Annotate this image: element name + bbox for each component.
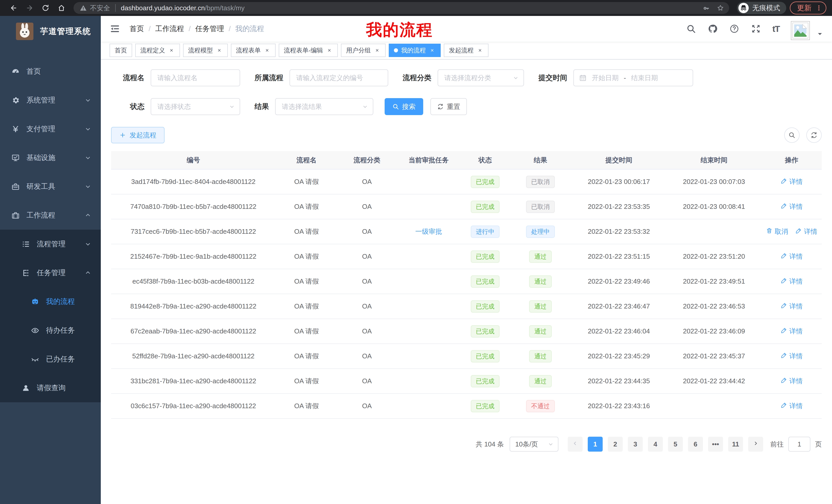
detail-link[interactable]: 详情 [781, 401, 803, 411]
category-select[interactable]: 请选择流程分类 [438, 69, 524, 86]
detail-link[interactable]: 详情 [781, 252, 803, 261]
detail-link[interactable]: 详情 [781, 376, 803, 386]
sidebar-item-task-manage[interactable]: 任务管理 [0, 258, 101, 287]
search-icon[interactable] [686, 24, 696, 34]
sidebar-item-leave-query[interactable]: 请假查询 [0, 373, 101, 402]
tab-发起流程[interactable]: 发起流程 [444, 44, 489, 57]
submit-time-range-picker[interactable]: 开始日期 - 结束日期 [573, 69, 693, 86]
pages-ellipsis[interactable]: ••• [708, 437, 723, 452]
pagination-total: 共 104 条 [476, 440, 504, 449]
search-button[interactable]: 搜索 [385, 98, 423, 115]
page-size-select[interactable]: 10条/页 [510, 437, 558, 452]
page-button-4[interactable]: 4 [648, 437, 663, 452]
close-tab-icon[interactable] [168, 47, 175, 54]
page-button-1[interactable]: 1 [588, 437, 603, 452]
start-process-button[interactable]: 发起流程 [111, 127, 164, 143]
process-name-input[interactable] [151, 69, 240, 86]
update-button[interactable]: 更新 [790, 2, 826, 15]
sidebar-item-workflow[interactable]: 工作流程 [0, 201, 101, 230]
sidebar-item-infra[interactable]: 基础设施 [0, 143, 101, 172]
detail-link[interactable]: 详情 [781, 177, 803, 186]
close-tab-icon[interactable] [264, 47, 270, 54]
jump-page-input[interactable] [788, 437, 810, 452]
pen-icon [795, 227, 802, 236]
hamburger-icon[interactable] [109, 23, 120, 34]
page-button-6[interactable]: 6 [688, 437, 703, 452]
address-bar[interactable]: 不安全 dashboard.yudao.iocoder.cn/bpm/task/… [74, 2, 729, 14]
detail-link[interactable]: 详情 [781, 202, 803, 211]
reload-icon[interactable] [40, 2, 51, 14]
detail-link[interactable]: 详情 [781, 327, 803, 336]
actions-cell: 详情 [761, 327, 822, 336]
back-icon[interactable] [8, 2, 20, 14]
detail-link[interactable]: 详情 [781, 277, 803, 286]
detail-link[interactable]: 详情 [795, 227, 817, 236]
home-icon[interactable] [55, 2, 67, 14]
sidebar-item-my-process[interactable]: 我的流程 [0, 287, 101, 316]
eye-closed-icon [31, 355, 39, 363]
detail-label: 详情 [789, 401, 803, 411]
tab-首页[interactable]: 首页 [109, 44, 132, 57]
page-button-11[interactable]: 11 [728, 437, 743, 452]
detail-link[interactable]: 详情 [781, 302, 803, 311]
close-tab-icon[interactable] [477, 47, 483, 54]
actions-cell: 详情 [761, 202, 822, 211]
forward-icon[interactable] [24, 2, 35, 14]
avatar[interactable] [791, 21, 810, 40]
tab-我的流程[interactable]: 我的流程 [389, 44, 441, 57]
sidebar-item-label: 工作流程 [26, 211, 55, 220]
page-button-2[interactable]: 2 [608, 437, 623, 452]
result-badge: 通过 [529, 375, 552, 387]
process-id: 7317cec6-7b9b-11ec-b5b7-acde48001122 [131, 228, 256, 235]
bookmark-star-icon[interactable] [715, 3, 726, 13]
tab-用户分组[interactable]: 用户分组 [341, 44, 386, 57]
font-size-icon[interactable]: tT [772, 24, 780, 34]
table-row: 2152467e-7b9b-11ec-9a1b-acde48001122OA 请… [111, 244, 822, 269]
refresh-icon[interactable] [806, 128, 822, 143]
toggle-search-icon[interactable] [784, 128, 800, 143]
end-time-cell: 2022-01-22 23:45:37 [667, 352, 761, 360]
fullscreen-icon[interactable] [751, 24, 761, 34]
sidebar-item-pay[interactable]: 支付管理 [0, 115, 101, 143]
page-button-5[interactable]: 5 [668, 437, 683, 452]
row-actions: 详情 [781, 277, 803, 286]
sidebar-item-devtools[interactable]: 研发工具 [0, 172, 101, 201]
end-time-cell: 2022-01-22 23:44:42 [667, 377, 761, 385]
tab-流程表单-编辑[interactable]: 流程表单-编辑 [279, 44, 338, 57]
sidebar-item-todo-task[interactable]: 待办任务 [0, 316, 101, 345]
help-icon[interactable] [729, 24, 739, 34]
process-id: ec45f38f-7b9a-11ec-b03b-acde48001122 [132, 277, 255, 285]
sidebar-item-home[interactable]: 首页 [0, 57, 101, 86]
tab-流程定义[interactable]: 流程定义 [135, 44, 180, 57]
close-tab-icon[interactable] [216, 47, 223, 54]
browser-menu-kebab-icon[interactable] [815, 5, 822, 11]
breadcrumb-item[interactable]: 工作流程 [155, 24, 184, 34]
breadcrumb-item[interactable]: 任务管理 [196, 24, 224, 34]
result-select[interactable]: 请选择流结果 [275, 98, 373, 115]
security-warning-icon[interactable] [80, 4, 87, 11]
sidebar-item-done-task[interactable]: 已办任务 [0, 345, 101, 373]
sidebar-item-system[interactable]: 系统管理 [0, 86, 101, 115]
detail-link[interactable]: 详情 [781, 352, 803, 361]
sidebar-item-process-manage[interactable]: 流程管理 [0, 230, 101, 258]
github-icon[interactable] [707, 24, 718, 34]
close-tab-icon[interactable] [326, 47, 333, 54]
close-tab-icon[interactable] [429, 47, 436, 54]
next-page-button[interactable] [748, 437, 763, 452]
breadcrumb-item[interactable]: 首页 [130, 24, 144, 34]
tab-流程模型[interactable]: 流程模型 [183, 44, 228, 57]
process-def-input[interactable] [289, 69, 388, 86]
process-name-cell: OA 请假 [276, 227, 337, 236]
prev-page-button[interactable] [568, 437, 582, 452]
status-cell: 已完成 [461, 300, 510, 313]
status-select[interactable]: 请选择状态 [151, 98, 240, 115]
reset-button[interactable]: 重置 [431, 98, 467, 115]
result-cell: 通过 [510, 275, 571, 288]
tab-流程表单[interactable]: 流程表单 [231, 44, 276, 57]
password-key-icon[interactable] [701, 3, 712, 13]
page-button-3[interactable]: 3 [628, 437, 643, 452]
avatar-caret-down-icon[interactable] [816, 31, 823, 37]
cancel-link[interactable]: 取消 [766, 227, 788, 236]
current-task-link[interactable]: 一级审批 [415, 227, 442, 236]
close-tab-icon[interactable] [374, 47, 381, 54]
